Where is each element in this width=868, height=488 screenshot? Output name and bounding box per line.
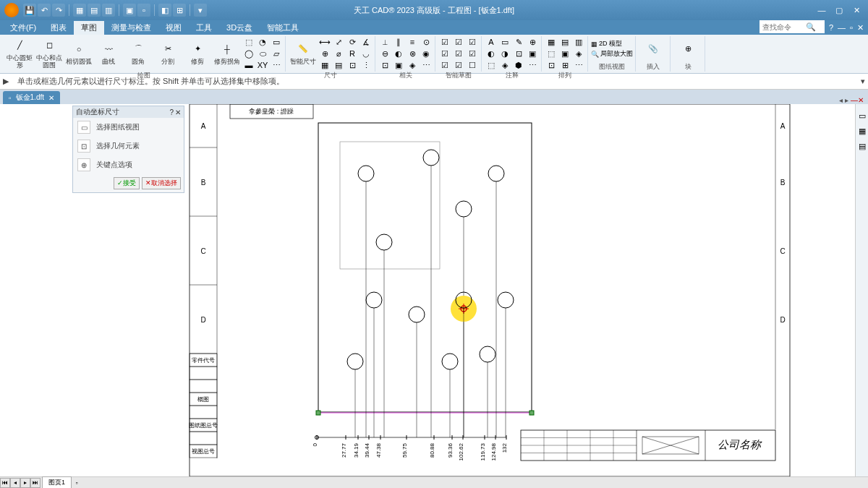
tool-icon[interactable]: ⊕ (318, 48, 331, 59)
tool-icon[interactable]: ⟳ (346, 36, 359, 48)
save-icon[interactable]: 💾 (23, 4, 36, 17)
restore-icon[interactable]: ▫ (850, 23, 853, 33)
sheet-tab[interactable]: 图页1 (42, 476, 72, 488)
qat-icon[interactable]: ▦ (73, 4, 86, 17)
select-drawing-view-row[interactable]: ▭选择图纸视图 (73, 118, 184, 137)
trim-corner-button[interactable]: ┼修剪拐角 (213, 42, 242, 65)
sheet-add-icon[interactable]: ▫ (72, 479, 82, 487)
menu-tools[interactable]: 工具 (189, 21, 219, 35)
menu-measure[interactable]: 测量与检查 (104, 21, 158, 35)
rb-icon[interactable]: ▭ (859, 111, 866, 121)
tool-icon[interactable]: ▭ (270, 36, 283, 48)
tool-icon[interactable]: ⊡ (512, 48, 525, 59)
2d-model-icon[interactable]: ▦ (591, 40, 597, 48)
dropdown-icon[interactable]: ▾ (861, 77, 865, 86)
tool-icon[interactable]: ⋮ (359, 59, 373, 71)
tool-icon[interactable]: ⊗ (406, 48, 419, 59)
qat-icon[interactable]: ▥ (102, 4, 115, 17)
tool-icon[interactable]: ◈ (572, 48, 585, 59)
nav-right-icon[interactable]: ▸ (845, 96, 848, 104)
qat-icon[interactable]: ▤ (88, 4, 101, 17)
tool-icon[interactable]: ☑ (452, 48, 465, 59)
redo-icon[interactable]: ↷ (52, 4, 65, 17)
tool-icon[interactable]: ⊕ (526, 36, 539, 48)
tool-icon[interactable]: ⋯ (270, 59, 283, 71)
tool-icon[interactable]: ⬭ (256, 48, 269, 59)
tool-icon[interactable]: ⊞ (558, 59, 571, 71)
tool-icon[interactable]: ⊖ (378, 48, 391, 59)
qat-icon[interactable]: ◧ (158, 4, 171, 17)
tool-icon[interactable]: ◈ (498, 59, 511, 71)
curve-button[interactable]: 〰曲线 (94, 42, 123, 65)
sheet-next-icon[interactable]: ▸ (20, 478, 30, 488)
tool-icon[interactable]: ⋯ (526, 59, 539, 71)
close-icon[interactable]: ✕ (849, 4, 864, 16)
tool-icon[interactable]: ✎ (512, 36, 525, 48)
qat-dropdown-icon[interactable]: ▾ (194, 4, 207, 17)
tool-icon[interactable]: ▱ (270, 48, 283, 59)
tool-icon[interactable]: A (485, 36, 498, 48)
tool-icon[interactable]: R (346, 48, 359, 59)
center-rect-button[interactable]: ╱中心圆矩形 (5, 38, 34, 69)
sheet-last-icon[interactable]: ⏭ (30, 478, 41, 488)
tool-icon[interactable]: ⊙ (420, 36, 433, 48)
tool-icon[interactable]: ▦ (318, 59, 331, 71)
panel-close-icon[interactable]: ✕ (175, 108, 181, 116)
tool-icon[interactable]: ∡ (359, 36, 373, 48)
tool-icon[interactable]: ∥ (392, 36, 405, 48)
insert-button[interactable]: 📎 (639, 42, 668, 56)
menu-view[interactable]: 视图 (158, 21, 189, 35)
menu-table[interactable]: 图表 (43, 21, 74, 35)
tool-icon[interactable]: ◯ (242, 48, 255, 59)
tool-icon[interactable]: ⊡ (346, 59, 359, 71)
menu-draw[interactable]: 草图 (74, 21, 104, 35)
sheet-first-icon[interactable]: ⏮ (0, 478, 10, 488)
center-point-circle-button[interactable]: ◻中心和点圆围 (35, 38, 64, 69)
help-icon[interactable]: ? (829, 23, 833, 33)
close2-icon[interactable]: ✕ (857, 23, 864, 33)
tool-icon[interactable]: ⋯ (572, 59, 585, 71)
tool-icon[interactable]: ⤢ (332, 36, 345, 48)
tab-close-icon[interactable]: ✕ (48, 94, 54, 102)
tool-icon[interactable]: ▤ (332, 59, 345, 71)
detail-view-icon[interactable]: 🔍 (591, 51, 599, 58)
menu-smart[interactable]: 智能工具 (260, 21, 306, 35)
min2-icon[interactable]: — (838, 23, 846, 33)
tool-icon[interactable]: ☐ (466, 59, 479, 71)
rb-icon[interactable]: ▤ (859, 142, 866, 151)
tool-icon[interactable]: ⋯ (420, 59, 433, 71)
sheet-prev-icon[interactable]: ◂ (10, 478, 20, 488)
minimize-icon[interactable]: — (814, 4, 829, 16)
tool-icon[interactable]: ◉ (420, 48, 433, 59)
document-tab[interactable]: ▫ 钣金1.dft ✕ (3, 91, 60, 104)
tool-icon[interactable]: XY (256, 59, 269, 71)
tool-icon[interactable]: ▭ (498, 36, 511, 48)
tool-icon[interactable]: ☑ (452, 59, 465, 71)
tool-icon[interactable]: ▦ (545, 36, 558, 48)
tool-icon[interactable]: ☑ (466, 48, 479, 59)
tool-icon[interactable]: ⬚ (242, 36, 255, 48)
search-icon[interactable]: 🔍 (806, 22, 816, 32)
qat-icon[interactable]: ▣ (123, 4, 136, 17)
search-input[interactable] (762, 23, 806, 31)
tool-icon[interactable]: ☑ (466, 36, 479, 48)
tool-icon[interactable]: ◔ (256, 36, 269, 48)
tool-icon[interactable]: ▥ (572, 36, 585, 48)
tool-icon[interactable]: ◑ (498, 48, 511, 59)
tool-icon[interactable]: ▤ (558, 36, 571, 48)
tool-icon[interactable]: ▣ (392, 59, 405, 71)
cancel-selection-button[interactable]: ✕取消选择 (142, 177, 181, 189)
detail-view-label[interactable]: 局部放大图 (600, 49, 633, 59)
tool-icon[interactable]: ☑ (452, 36, 465, 48)
rb-icon[interactable]: ▦ (859, 127, 866, 136)
split-button[interactable]: ✂分割 (153, 42, 182, 65)
tool-icon[interactable]: ◡ (359, 48, 373, 59)
tool-icon[interactable]: ⟂ (378, 36, 391, 48)
2d-model-label[interactable]: 2D 模型 (599, 39, 622, 48)
tool-icon[interactable]: ☑ (438, 59, 451, 71)
tool-icon[interactable]: ⬚ (545, 48, 558, 59)
qat-icon[interactable]: ▫ (137, 4, 150, 17)
tool-icon[interactable]: ≡ (406, 36, 419, 48)
command-search[interactable]: 🔍 (760, 20, 825, 33)
panel-help-icon[interactable]: ? (169, 108, 174, 116)
